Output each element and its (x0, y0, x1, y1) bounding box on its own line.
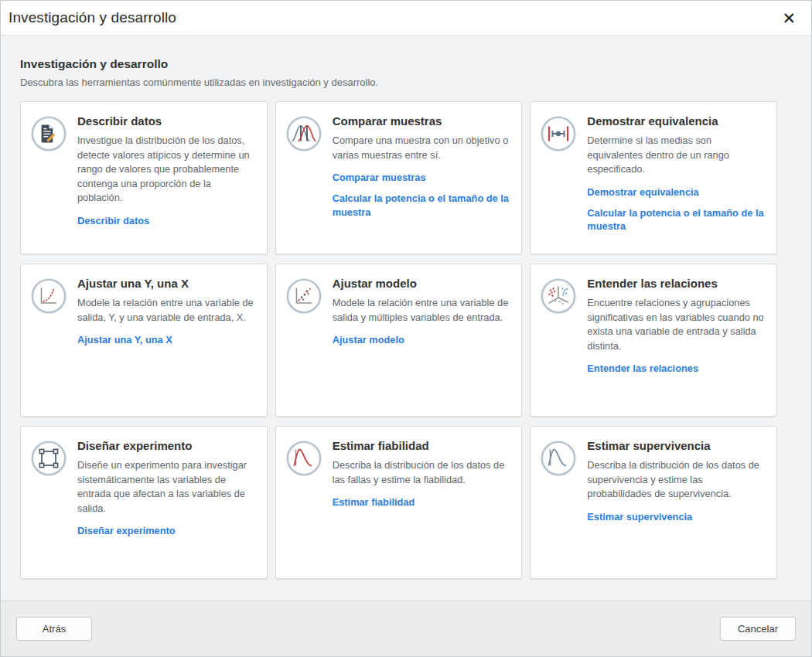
card-title: Estimar fiabilidad (333, 439, 512, 452)
tool-cards-grid: Describir datos Investigue la distribuci… (20, 101, 777, 579)
cancel-button[interactable]: Cancelar (720, 617, 796, 641)
close-icon[interactable]: ✕ (776, 7, 802, 29)
card-description: Encuentre relaciones y agrupaciones sign… (587, 296, 766, 353)
card-links: Estimar supervivencia (587, 510, 766, 524)
card-description: Diseñe un experimento para investigar si… (77, 458, 257, 516)
card-link[interactable]: Demostrar equivalencia (587, 186, 766, 199)
estimate-survival-icon (540, 440, 577, 477)
card-link[interactable]: Estimar fiabilidad (333, 495, 512, 509)
card-links: Diseñar experimento (77, 524, 257, 538)
design-experiment-icon (30, 440, 67, 477)
tool-card-fit-model: Ajustar modelo Modele la relación entre … (275, 264, 523, 417)
research-development-dialog: Investigación y desarrollo ✕ Investigaci… (0, 0, 812, 657)
describe-data-icon (30, 115, 67, 152)
title-bar: Investigación y desarrollo ✕ (1, 1, 811, 35)
tool-card-compare-samples: Comparar muestras Compare una muestra co… (275, 101, 523, 254)
card-links: Entender las relaciones (587, 362, 766, 376)
page-subtitle: Descubra las herramientas comúnmente uti… (20, 77, 811, 88)
card-links: Demostrar equivalenciaCalcular la potenc… (587, 186, 766, 234)
tool-card-prove-equivalence: Demostrar equivalencia Determine si las … (530, 101, 777, 254)
understand-relationships-icon (540, 277, 577, 315)
card-title: Ajustar una Y, una X (77, 277, 257, 290)
back-button[interactable]: Atrás (16, 617, 92, 641)
card-links: Ajustar modelo (333, 333, 512, 347)
card-links: Comparar muestrasCalcular la potencia o … (333, 171, 512, 220)
card-title: Comparar muestras (333, 114, 512, 128)
card-title: Demostrar equivalencia (587, 114, 766, 128)
card-description: Modele la relación entre una variable de… (77, 296, 257, 325)
card-links: Estimar fiabilidad (333, 495, 512, 509)
card-links: Describir datos (77, 214, 257, 228)
content-area: Investigación y desarrollo Descubra las … (1, 35, 811, 600)
tool-card-describe-data: Describir datos Investigue la distribuci… (20, 101, 268, 254)
card-title: Describir datos (77, 114, 257, 128)
tool-card-fit-one-y-one-x: Ajustar una Y, una X Modele la relación … (20, 264, 268, 417)
card-link[interactable]: Diseñar experimento (77, 524, 257, 538)
card-link[interactable]: Comparar muestras (333, 171, 512, 185)
card-link[interactable]: Ajustar una Y, una X (77, 333, 257, 347)
page-title: Investigación y desarrollo (20, 57, 811, 71)
card-description: Compare una muestra con un objetivo o va… (333, 134, 512, 162)
card-description: Describa la distribución de los datos de… (333, 458, 512, 487)
card-title: Diseñar experimento (77, 439, 257, 452)
card-link[interactable]: Ajustar modelo (333, 333, 512, 347)
card-link[interactable]: Calcular la potencia o el tamaño de la m… (333, 192, 512, 220)
fit-one-y-one-x-icon (30, 277, 67, 315)
fit-model-icon (285, 277, 322, 315)
card-title: Ajustar modelo (333, 277, 512, 290)
compare-samples-icon (285, 115, 322, 152)
footer-bar: Atrás Cancelar (1, 600, 811, 656)
card-description: Determine si las medias son equivalentes… (587, 134, 766, 177)
tool-card-design-experiment: Diseñar experimento Diseñe un experiment… (20, 426, 268, 579)
card-description: Modele la relación entre una variable de… (333, 296, 512, 325)
estimate-reliability-icon (285, 440, 322, 477)
tool-card-estimate-reliability: Estimar fiabilidad Describa la distribuc… (275, 426, 523, 579)
card-description: Investigue la distribución de los datos,… (77, 134, 257, 206)
card-description: Describa la distribución de los datos de… (587, 458, 766, 502)
card-title: Entender las relaciones (587, 277, 766, 290)
card-link[interactable]: Estimar supervivencia (587, 510, 766, 524)
window-title: Investigación y desarrollo (9, 9, 176, 26)
card-links: Ajustar una Y, una X (77, 333, 257, 347)
card-link[interactable]: Entender las relaciones (587, 362, 766, 376)
card-link[interactable]: Describir datos (77, 214, 257, 228)
card-link[interactable]: Calcular la potencia o el tamaño de la m… (587, 206, 766, 234)
card-title: Estimar supervivencia (587, 439, 766, 452)
tool-card-understand-relationships: Entender las relaciones Encuentre relaci… (530, 264, 777, 417)
tool-card-estimate-survival: Estimar supervivencia Describa la distri… (530, 426, 777, 579)
prove-equivalence-icon (540, 115, 577, 152)
